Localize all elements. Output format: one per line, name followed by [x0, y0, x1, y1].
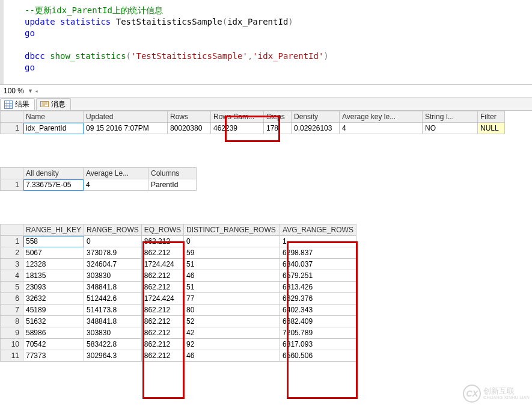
cell[interactable]: 862.212 [141, 247, 183, 259]
cell[interactable]: 303830 [84, 270, 142, 282]
cell[interactable]: 51 [184, 282, 280, 293]
cell[interactable]: 70542 [23, 339, 84, 350]
cell[interactable]: 862.212 [141, 236, 183, 247]
tab-messages[interactable]: 消息 [36, 98, 71, 110]
cell[interactable]: 80020380 [168, 123, 211, 134]
cell[interactable]: 512442.6 [84, 293, 142, 305]
cell[interactable]: 6340.037 [280, 259, 356, 270]
row-number[interactable]: 11 [1, 350, 23, 362]
cell[interactable]: 6560.506 [280, 350, 356, 362]
column-header[interactable]: Average Le... [84, 168, 148, 179]
cell[interactable]: 178 [264, 123, 292, 134]
chevron-down-icon[interactable]: ▼ [28, 88, 33, 94]
column-header[interactable]: String I... [423, 111, 478, 123]
cell[interactable]: 6813.426 [280, 282, 356, 293]
cell[interactable]: 7.336757E-05 [23, 179, 84, 191]
cell[interactable]: 80 [184, 305, 280, 316]
cell[interactable]: 324604.7 [84, 259, 142, 270]
result-grid-2[interactable]: All densityAverage Le...Columns17.336757… [0, 167, 532, 191]
cell[interactable]: 373078.9 [84, 247, 142, 259]
row-number[interactable]: 1 [1, 179, 23, 191]
row-number[interactable]: 7 [1, 305, 23, 316]
column-header[interactable]: RANGE_ROWS [84, 224, 142, 236]
column-header[interactable]: Density [292, 111, 340, 123]
column-header[interactable]: Updated [84, 111, 168, 123]
cell[interactable]: 583422.8 [84, 339, 142, 350]
cell[interactable]: 6682.409 [280, 316, 356, 327]
cell[interactable]: 1724.424 [141, 259, 183, 270]
cell[interactable]: 46 [184, 270, 280, 282]
cell[interactable]: 0.02926103 [292, 123, 340, 134]
cell[interactable]: 7205.789 [280, 327, 356, 339]
cell[interactable]: 862.212 [141, 350, 183, 362]
cell[interactable]: 348841.8 [84, 282, 142, 293]
cell[interactable]: ParentId [148, 179, 197, 191]
cell[interactable]: 6317.093 [280, 339, 356, 350]
cell[interactable]: 558 [23, 236, 84, 247]
cell[interactable]: 18135 [23, 270, 84, 282]
column-header[interactable]: Rows [168, 111, 211, 123]
row-number[interactable]: 1 [1, 123, 23, 134]
tab-results[interactable]: 结果 [0, 98, 35, 110]
cell[interactable]: 862.212 [141, 270, 183, 282]
cell[interactable]: 52 [184, 316, 280, 327]
result-grid-1[interactable]: NameUpdatedRowsRows Sam...StepsDensityAv… [0, 111, 532, 134]
cell[interactable]: 0 [84, 236, 142, 247]
cell[interactable]: 5067 [23, 247, 84, 259]
cell[interactable]: 51632 [23, 316, 84, 327]
cell[interactable]: 862.212 [141, 327, 183, 339]
cell[interactable]: 462239 [211, 123, 264, 134]
row-number[interactable]: 10 [1, 339, 23, 350]
column-header[interactable]: EQ_ROWS [141, 224, 183, 236]
cell[interactable]: 92 [184, 339, 280, 350]
column-header[interactable]: DISTINCT_RANGE_ROWS [184, 224, 280, 236]
row-number[interactable]: 8 [1, 316, 23, 327]
cell[interactable]: 32632 [23, 293, 84, 305]
cell[interactable]: 862.212 [141, 316, 183, 327]
column-header[interactable]: All density [23, 168, 84, 179]
cell[interactable]: 23093 [23, 282, 84, 293]
cell[interactable]: 6579.251 [280, 270, 356, 282]
row-number[interactable]: 5 [1, 282, 23, 293]
row-number[interactable]: 2 [1, 247, 23, 259]
row-number[interactable]: 3 [1, 259, 23, 270]
cell[interactable]: 302964.3 [84, 350, 142, 362]
column-header[interactable]: RANGE_HI_KEY [23, 224, 84, 236]
row-number[interactable]: 9 [1, 327, 23, 339]
cell[interactable]: 348841.8 [84, 316, 142, 327]
zoom-bar[interactable]: 100 % ▼ ◄ [0, 84, 532, 97]
column-header[interactable]: Columns [148, 168, 197, 179]
cell[interactable]: 1724.424 [141, 293, 183, 305]
sql-editor[interactable]: --更新idx_ParentId上的统计信息update statistics … [0, 0, 532, 84]
row-number[interactable]: 1 [1, 236, 23, 247]
cell[interactable]: NULL [478, 123, 505, 134]
cell[interactable]: 77373 [23, 350, 84, 362]
cell[interactable]: 4 [340, 123, 423, 134]
row-number[interactable]: 6 [1, 293, 23, 305]
cell[interactable]: 862.212 [141, 282, 183, 293]
cell[interactable]: 4 [84, 179, 148, 191]
cell[interactable]: 1 [280, 236, 356, 247]
cell[interactable]: 303830 [84, 327, 142, 339]
cell[interactable]: 0 [184, 236, 280, 247]
cell[interactable]: 514173.8 [84, 305, 142, 316]
cell[interactable]: 46 [184, 350, 280, 362]
column-header[interactable]: AVG_RANGE_ROWS [280, 224, 356, 236]
cell[interactable]: 6629.376 [280, 293, 356, 305]
cell[interactable]: 862.212 [141, 339, 183, 350]
column-header[interactable]: Average key le... [340, 111, 423, 123]
row-number[interactable]: 4 [1, 270, 23, 282]
cell[interactable]: 77 [184, 293, 280, 305]
cell[interactable]: NO [423, 123, 478, 134]
cell[interactable]: 6298.837 [280, 247, 356, 259]
cell[interactable]: 42 [184, 327, 280, 339]
cell[interactable]: 6402.343 [280, 305, 356, 316]
column-header[interactable]: Name [23, 111, 84, 123]
result-grid-3[interactable]: RANGE_HI_KEYRANGE_ROWSEQ_ROWSDISTINCT_RA… [0, 224, 532, 362]
cell[interactable]: 862.212 [141, 305, 183, 316]
cell[interactable]: 58986 [23, 327, 84, 339]
cell[interactable]: idx_ParentId [23, 123, 84, 134]
cell[interactable]: 45189 [23, 305, 84, 316]
cell[interactable]: 12328 [23, 259, 84, 270]
cell[interactable]: 09 15 2016 7:07PM [84, 123, 168, 134]
